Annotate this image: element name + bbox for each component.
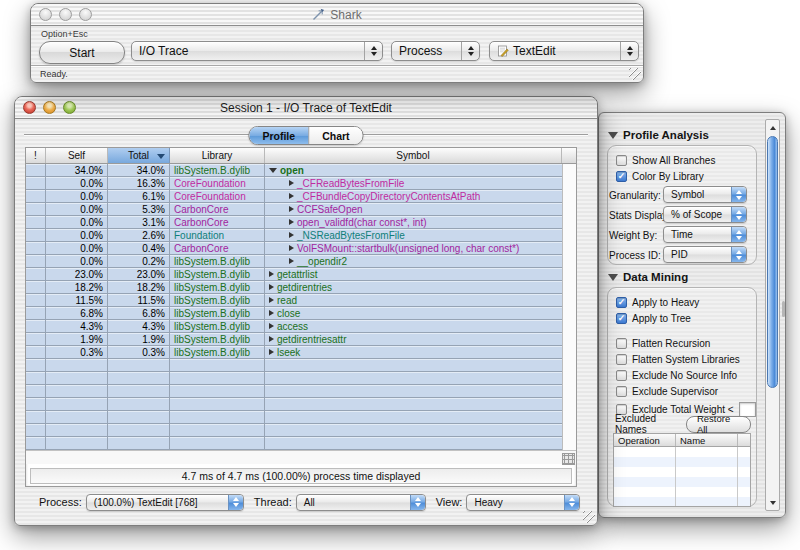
self-column-header[interactable]: Self <box>46 148 108 163</box>
scroller-grid-icon[interactable] <box>562 453 575 465</box>
table-row[interactable] <box>26 398 562 411</box>
disclosure-triangle-icon[interactable] <box>289 193 294 199</box>
unchecked-checkbox[interactable] <box>616 155 627 166</box>
tab-profile[interactable]: Profile <box>249 127 309 144</box>
table-row[interactable]: 0.0%16.3%CoreFoundation_CFReadBytesFromF… <box>26 177 562 190</box>
process-select-popup[interactable]: TextEdit <box>489 41 639 61</box>
table-row[interactable] <box>26 372 562 385</box>
resize-grip[interactable] <box>583 511 595 523</box>
flag-cell <box>26 281 46 293</box>
drawer-scrollbar[interactable] <box>765 119 780 511</box>
horizontal-scrollbar-track[interactable] <box>26 450 576 464</box>
library-cell: Foundation <box>170 229 265 241</box>
disclosure-triangle-icon[interactable] <box>289 219 294 225</box>
disclosure-triangle-icon[interactable] <box>269 336 274 342</box>
table-row[interactable] <box>26 424 562 437</box>
table-row[interactable]: 6.8%6.8%libSystem.B.dylibclose <box>26 307 562 320</box>
close-button[interactable] <box>39 8 52 21</box>
disclosure-triangle-icon[interactable] <box>269 349 274 355</box>
profile-analysis-header[interactable]: Profile Analysis <box>608 129 709 141</box>
disclosure-triangle-icon[interactable] <box>269 323 274 329</box>
operation-column-header[interactable]: Operation <box>614 434 676 446</box>
table-row[interactable]: 0.0%0.4%CarbonCoreVolFSMount::startbulk(… <box>26 242 562 255</box>
minimize-button[interactable] <box>43 101 56 114</box>
name-column-header[interactable]: Name <box>676 434 738 446</box>
process-popup[interactable]: (100.0%) TextEdit [768] <box>86 494 244 511</box>
disclosure-triangle-icon[interactable] <box>269 284 274 290</box>
session-titlebar[interactable]: Session 1 - I/O Trace of TextEdit <box>15 97 597 119</box>
resize-grip[interactable] <box>629 68 641 80</box>
total-cell <box>108 411 170 423</box>
disclosure-triangle-icon[interactable] <box>289 245 294 251</box>
disclosure-triangle-icon[interactable] <box>289 232 294 238</box>
table-row[interactable] <box>26 411 562 424</box>
library-column-header[interactable]: Library <box>170 148 265 163</box>
minimize-button[interactable] <box>59 8 72 21</box>
table-row[interactable]: 1.9%1.9%libSystem.B.dylibgetdirentriesat… <box>26 333 562 346</box>
library-cell: libSystem.B.dylib <box>170 346 265 358</box>
drawer-popup[interactable]: % of Scope <box>663 206 747 223</box>
disclosure-triangle-icon[interactable] <box>289 180 294 186</box>
library-cell: libSystem.B.dylib <box>170 268 265 280</box>
thread-popup[interactable]: All <box>296 494 426 511</box>
table-row[interactable]: 23.0%23.0%libSystem.B.dylibgetattrlist <box>26 268 562 281</box>
table-row[interactable]: 18.2%18.2%libSystem.B.dylibgetdirentries <box>26 281 562 294</box>
disclosure-triangle-icon[interactable] <box>269 168 277 173</box>
table-row[interactable]: 11.5%11.5%libSystem.B.dylibread <box>26 294 562 307</box>
checked-checkbox[interactable] <box>616 297 627 308</box>
disclosure-triangle-icon[interactable] <box>289 258 294 264</box>
table-row[interactable] <box>26 385 562 398</box>
table-row[interactable]: 0.0%3.1%CarbonCoreopen_validfd(char cons… <box>26 216 562 229</box>
scroll-up-arrow[interactable] <box>766 121 779 134</box>
total-column-header[interactable]: Total <box>108 148 170 163</box>
checkbox-label: Exclude No Source Info <box>632 370 737 381</box>
view-popup[interactable]: Heavy <box>466 494 580 511</box>
disclosure-triangle-icon[interactable] <box>269 297 274 303</box>
library-cell <box>170 437 265 449</box>
disclosure-down-icon[interactable] <box>608 132 618 139</box>
table-row[interactable] <box>26 359 562 372</box>
scroll-down-arrow[interactable] <box>766 496 779 509</box>
table-row[interactable]: 0.3%0.3%libSystem.B.dyliblseek <box>26 346 562 359</box>
scrollbar-thumb[interactable] <box>767 136 778 388</box>
unchecked-checkbox[interactable] <box>616 338 627 349</box>
table-row[interactable]: 0.0%6.1%CoreFoundation_CFBundleCopyDirec… <box>26 190 562 203</box>
table-row[interactable]: 4.3%4.3%libSystem.B.dylibaccess <box>26 320 562 333</box>
unchecked-checkbox[interactable] <box>616 370 627 381</box>
target-popup[interactable]: Process <box>391 41 480 61</box>
disclosure-down-icon[interactable] <box>608 274 618 281</box>
config-popup[interactable]: I/O Trace <box>131 41 383 61</box>
library-cell <box>170 411 265 423</box>
popup-stepper-icon <box>731 247 746 262</box>
disclosure-triangle-icon[interactable] <box>269 271 274 277</box>
vertical-scrollbar-track[interactable] <box>562 164 576 450</box>
drawer-popup[interactable]: Symbol <box>663 186 747 203</box>
table-row[interactable]: 0.0%0.2%libSystem.B.dylib__opendir2 <box>26 255 562 268</box>
flag-column-header[interactable]: ! <box>26 148 46 163</box>
shark-titlebar[interactable]: Shark <box>31 4 643 26</box>
drawer-resize-handle[interactable] <box>782 301 785 317</box>
zoom-button[interactable] <box>79 8 92 21</box>
table-row[interactable]: 0.0%2.6%Foundation_NSReadBytesFromFile <box>26 229 562 242</box>
checked-checkbox[interactable] <box>616 313 627 324</box>
unchecked-checkbox[interactable] <box>616 386 627 397</box>
table-row[interactable]: 34.0%34.0%libSystem.B.dylibopen <box>26 164 562 177</box>
library-cell: CoreFoundation <box>170 177 265 189</box>
checked-checkbox[interactable] <box>616 171 627 182</box>
drawer-popup[interactable]: Time <box>663 226 747 243</box>
self-cell: 0.0% <box>46 203 108 215</box>
close-button[interactable] <box>23 101 36 114</box>
symbol-column-header[interactable]: Symbol <box>265 148 562 163</box>
start-button[interactable]: Start <box>39 41 125 64</box>
excluded-names-table[interactable]: Operation Name <box>613 433 751 507</box>
unchecked-checkbox[interactable] <box>616 354 627 365</box>
drawer-popup[interactable]: PID <box>663 246 747 263</box>
disclosure-triangle-icon[interactable] <box>269 310 274 316</box>
data-mining-header[interactable]: Data Mining <box>608 271 688 283</box>
tab-chart[interactable]: Chart <box>309 127 362 144</box>
zoom-button[interactable] <box>63 101 76 114</box>
table-row[interactable] <box>26 437 562 450</box>
table-row[interactable]: 0.0%5.3%CarbonCoreCCFSafeOpen <box>26 203 562 216</box>
disclosure-triangle-icon[interactable] <box>289 206 294 212</box>
restore-all-button[interactable]: Restore All <box>686 416 751 433</box>
